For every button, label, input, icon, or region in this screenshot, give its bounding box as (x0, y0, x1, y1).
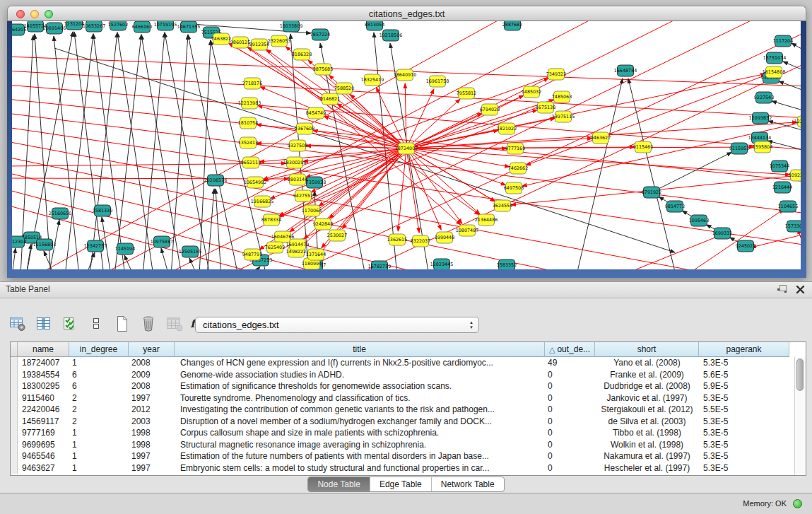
tab-edge-table[interactable]: Edge Table (370, 477, 431, 491)
table-cell[interactable]: 2 (69, 416, 129, 428)
delete-column-icon[interactable] (139, 315, 158, 333)
row-height-icon[interactable] (87, 315, 105, 333)
table-cell[interactable]: 18300295 (18, 380, 69, 392)
table-scrollbar[interactable] (794, 357, 806, 475)
new-column-icon[interactable] (113, 315, 131, 333)
column-header-out-de-[interactable]: △out_de... (545, 342, 595, 357)
table-cell[interactable]: 22420046 (18, 404, 69, 416)
table-cell[interactable]: 5.3E-5 (699, 439, 789, 451)
table-cell[interactable]: 5.3E-5 (699, 450, 789, 462)
table-cell[interactable]: 5.3E-5 (699, 427, 789, 439)
table-cell[interactable]: 0 (545, 416, 595, 428)
column-header-title[interactable]: title (175, 342, 545, 357)
table-cell[interactable]: Dudbridge et al. (2008) (595, 380, 699, 392)
close-panel-icon[interactable] (796, 285, 805, 294)
table-cell[interactable]: 5.3E-5 (699, 462, 789, 474)
table-cell[interactable]: Yano et al. (2008) (595, 357, 699, 369)
table-cell[interactable]: Genome-wide association studies in ADHD. (175, 369, 545, 381)
table-cell[interactable]: 18724007 (18, 357, 69, 369)
table-row[interactable]: 1872400712008Changes of HCN gene express… (11, 357, 806, 369)
table-cell[interactable]: 1 (69, 357, 129, 369)
table-cell[interactable]: 2012 (129, 404, 175, 416)
float-panel-icon[interactable] (777, 284, 787, 294)
table-settings-icon[interactable] (8, 315, 27, 333)
table-cell[interactable]: 1 (69, 439, 129, 451)
table-cell[interactable]: 1 (69, 450, 129, 462)
table-cell[interactable]: Tourette syndrome. Phenomenology and cla… (175, 392, 545, 404)
table-cell[interactable]: 6 (69, 380, 129, 392)
table-cell[interactable]: 0 (545, 450, 595, 462)
table-cell[interactable]: 5.5E-5 (699, 404, 789, 416)
table-cell[interactable]: Stergiakouli et al. (2012) (595, 404, 699, 416)
table-cell[interactable]: 6 (69, 369, 129, 381)
table-cell[interactable]: Investigating the contribution of common… (175, 404, 545, 416)
table-cell[interactable]: 0 (545, 439, 595, 451)
table-cell[interactable]: 1 (69, 462, 129, 474)
table-select-dropdown[interactable]: citations_edges.txt ▲▼ (195, 317, 479, 333)
zoom-window-button[interactable] (45, 10, 53, 18)
table-cell[interactable]: 5.3E-5 (699, 357, 789, 369)
table-row[interactable]: 946554611997Estimation of the future num… (11, 450, 806, 462)
table-cell[interactable]: 9115460 (18, 392, 69, 404)
table-cell[interactable]: Embryonic stem cells: a model to study s… (175, 462, 545, 474)
table-row[interactable]: 977716911998Corpus callosum shape and si… (11, 427, 806, 439)
table-cell[interactable]: 1998 (129, 427, 175, 439)
table-cell[interactable]: 0 (545, 369, 595, 381)
column-header-name[interactable]: name (18, 342, 69, 357)
scrollbar-thumb[interactable] (796, 358, 804, 391)
column-header-year[interactable]: year (129, 342, 175, 357)
table-cell[interactable]: Estimation of significance thresholds fo… (175, 380, 545, 392)
table-cell[interactable]: 2 (69, 404, 129, 416)
select-rows-icon[interactable] (61, 315, 79, 333)
column-header-pagerank[interactable]: pagerank (699, 342, 789, 357)
table-cell[interactable]: 19384554 (18, 369, 69, 381)
import-table-icon[interactable] (165, 315, 184, 333)
table-cell[interactable]: 1997 (129, 462, 175, 474)
close-window-button[interactable] (16, 10, 25, 18)
table-cell[interactable]: Jankovic et al. (1997) (595, 392, 699, 404)
table-cell[interactable]: 1998 (129, 439, 175, 451)
table-cell[interactable]: 0 (545, 392, 595, 404)
table-cell[interactable]: Tibbo et al. (1998) (595, 427, 699, 439)
table-cell[interactable]: 0 (545, 427, 595, 439)
table-cell[interactable]: 9777169 (18, 427, 69, 439)
table-row[interactable]: 969969511998Structural magnetic resonanc… (11, 439, 806, 451)
table-row[interactable]: 1830029562008Estimation of significance … (11, 380, 806, 392)
table-cell[interactable]: 2008 (129, 357, 175, 369)
table-cell[interactable]: Wolkin et al. (1998) (595, 439, 699, 451)
table-cell[interactable]: Corpus callosum shape and size in male p… (175, 427, 545, 439)
table-cell[interactable]: 5.6E-5 (699, 369, 789, 381)
table-cell[interactable]: Structural magnetic resonance image aver… (175, 439, 545, 451)
table-cell[interactable]: Estimation of the future numbers of pati… (175, 450, 545, 462)
table-cell[interactable]: 5.9E-5 (699, 380, 789, 392)
table-cell[interactable]: 1997 (129, 450, 175, 462)
table-cell[interactable]: 2008 (129, 380, 175, 392)
table-cell[interactable]: 5.3E-5 (699, 392, 789, 404)
table-row[interactable]: 911546021997Tourette syndrome. Phenomeno… (11, 392, 806, 404)
table-cell[interactable]: 2009 (129, 369, 175, 381)
table-cell[interactable]: 5.3E-5 (699, 416, 789, 428)
table-cell[interactable]: 49 (545, 357, 595, 369)
table-cell[interactable]: 9465546 (18, 450, 69, 462)
show-columns-icon[interactable] (35, 315, 53, 333)
table-cell[interactable]: 0 (545, 380, 595, 392)
tab-node-table[interactable]: Node Table (308, 477, 370, 491)
table-cell[interactable]: 0 (545, 404, 595, 416)
table-cell[interactable]: Hescheler et al. (1997) (595, 462, 699, 474)
table-cell[interactable]: Nakamura et al. (1997) (595, 450, 699, 462)
table-cell[interactable]: 1 (69, 427, 129, 439)
table-cell[interactable]: 1997 (129, 392, 175, 404)
table-cell[interactable]: Franke et al. (2009) (595, 369, 699, 381)
minimize-window-button[interactable] (30, 10, 39, 18)
table-cell[interactable]: 14569117 (18, 416, 69, 428)
table-cell[interactable]: de Silva et al. (2003) (595, 416, 699, 428)
table-cell[interactable]: Disruption of a novel member of a sodium… (175, 416, 545, 428)
column-header-short[interactable]: short (595, 342, 699, 357)
table-cell[interactable]: 2 (69, 392, 129, 404)
table-row[interactable]: 1456911722003Disruption of a novel membe… (11, 416, 806, 428)
table-cell[interactable]: 9699695 (18, 439, 69, 451)
window-titlebar[interactable]: citations_edges.txt (7, 6, 806, 21)
table-row[interactable]: 2242004622012Investigating the contribut… (11, 404, 806, 416)
table-cell[interactable]: 2003 (129, 416, 175, 428)
table-cell[interactable]: Changes of HCN gene expression and I(f) … (175, 357, 545, 369)
